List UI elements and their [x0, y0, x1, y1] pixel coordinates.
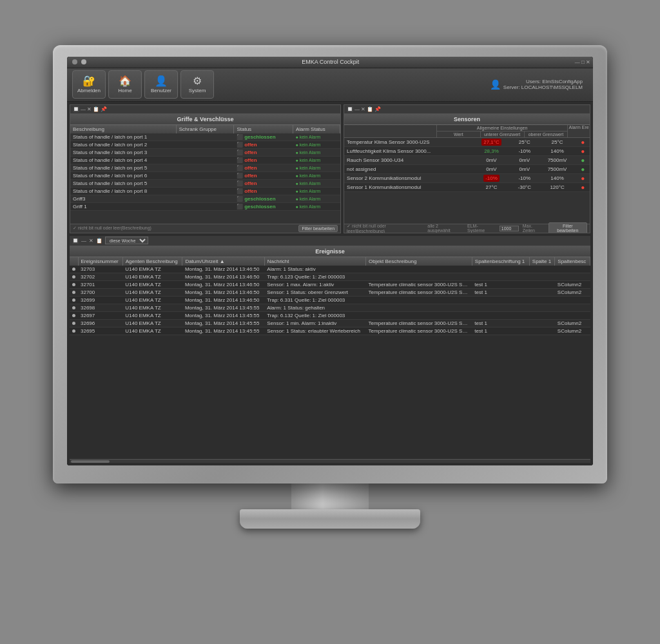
benutzer-button[interactable]: 👤 Benutzer — [144, 70, 178, 99]
griffe-toolbar-icon1[interactable]: 🔲 — [73, 106, 79, 112]
griffe-col-desc: Beschreibung — [70, 125, 176, 133]
sensoren-toolbar-icon2[interactable]: — — [354, 106, 360, 112]
events-col-nr: Ereignisnummer — [78, 257, 122, 266]
sensoren-cell-wert: 27°C — [472, 182, 510, 191]
sensoren-panel: 🔲 — ✕ 📋 📌 Sensoren Allgemeine Einstel — [344, 104, 590, 233]
griffe-toolbar-icon5[interactable]: 📌 — [101, 106, 107, 112]
sensoren-cell-oberer: 7500mV — [539, 164, 576, 173]
main-content: 🔲 — ✕ 📋 📌 Griffe & Verschlüsse — [67, 102, 593, 465]
griffe-toolbar-icon2[interactable]: — — [81, 106, 86, 112]
oberer-header: oberer Grenzwert — [525, 132, 568, 137]
griffe-panel: 🔲 — ✕ 📋 📌 Griffe & Verschlüsse — [70, 104, 341, 233]
griffe-toolbar-icon4[interactable]: 📋 — [93, 106, 99, 112]
sensoren-toolbar-icon1[interactable]: 🔲 — [347, 106, 353, 112]
events-scrollbar[interactable] — [70, 459, 590, 463]
events-cell-datum: Montag, 31. März 2014 13:46:50 — [182, 273, 264, 280]
griffe-row: Status of handle / latch on port 4 ⬛ off… — [70, 156, 340, 164]
griffe-filter-btn[interactable]: Filter bearbeiten — [298, 225, 338, 232]
sensoren-toolbar-icon3[interactable]: ✕ — [361, 106, 365, 112]
home-button[interactable]: 🏠 Home — [108, 70, 142, 99]
events-toolbar-icon3[interactable]: ✕ — [89, 238, 93, 244]
griffe-footer: ✓ nicht bit null oder leer(Beschreibung)… — [70, 224, 340, 233]
events-row[interactable]: 32695 U140 EMKA TZ Montag, 31. März 2014… — [70, 327, 590, 335]
griffe-cell-alarm: ● kein Alarm — [293, 133, 340, 141]
griffe-footer-text: ✓ nicht bit null oder leer(Beschreibung) — [73, 226, 151, 231]
griffe-cell-gruppe — [176, 179, 234, 187]
monitor-frame: EMKA Control Cockpit — □ ✕ 🔐 Abmelden 🏠 … — [53, 45, 607, 483]
events-row[interactable]: 32701 U140 EMKA TZ Montag, 31. März 2014… — [70, 280, 590, 288]
events-row[interactable]: 32697 U140 EMKA TZ Montag, 31. März 2014… — [70, 311, 590, 319]
system-button[interactable]: ⚙ System — [180, 70, 214, 99]
griffe-cell-alarm: ● kein Alarm — [293, 202, 340, 210]
sensoren-cell-unterer: 0mV — [510, 164, 539, 173]
sensoren-cell-alarm: ● — [576, 164, 590, 173]
events-toolbar-icon2[interactable]: — — [81, 238, 86, 244]
events-cell-agent: U140 EMKA TZ — [122, 311, 182, 319]
griffe-cell-gruppe — [176, 141, 234, 148]
server-name: Server: LOCALHOST\MSSQLELM — [503, 84, 583, 90]
griffe-panel-title: Griffe & Verschlüsse — [70, 114, 340, 125]
events-row[interactable]: 32696 U140 EMKA TZ Montag, 31. März 2014… — [70, 319, 590, 327]
sensoren-cell-wert: 28,3% — [472, 146, 510, 155]
max-zeilen-label: Max. Zeilen — [523, 224, 546, 233]
sensoren-cell-alarm: ● — [576, 146, 590, 155]
events-row[interactable]: 32702 U140 EMKA TZ Montag, 31. März 2014… — [70, 273, 590, 280]
sensoren-row: not assigned 0mV 0mV 7500mV ● — [344, 164, 590, 173]
griffe-row: Status of handle / latch on port 5 ⬛ off… — [70, 164, 340, 171]
sensoren-filter-btn[interactable]: Filter bearbeiten — [548, 222, 587, 233]
events-table-container: Ereignisnummer Agenten Beschreibung Datu… — [70, 257, 590, 459]
events-cell-indicator — [70, 280, 78, 288]
griffe-cell-alarm: ● kein Alarm — [293, 195, 340, 202]
events-col-indicator — [70, 257, 78, 266]
events-cell-objekt: Temperature climatic sensor 3000-U2S SCo… — [366, 288, 472, 296]
events-scrollbar-thumb — [71, 460, 110, 463]
events-cell-datum: Montag, 31. März 2014 13:46:50 — [182, 266, 264, 273]
system-label: System — [189, 88, 206, 93]
events-cell-s1 — [529, 311, 555, 319]
period-select[interactable]: diese Woche Zeitspanne — [105, 237, 148, 244]
griffe-cell-alarm: ● kein Alarm — [293, 156, 340, 164]
abmelden-button[interactable]: 🔐 Abmelden — [72, 70, 106, 99]
events-cell-nachricht: Trap: 6.132 Quelle: 1: Ziel 000003 — [264, 311, 365, 319]
sensoren-cell-oberer: 25°C — [539, 138, 576, 147]
screen-bezel: EMKA Control Cockpit — □ ✕ 🔐 Abmelden 🏠 … — [67, 57, 593, 465]
events-toolbar-icon1[interactable]: 🔲 — [72, 238, 79, 244]
griffe-cell-status: ⬛ offen — [234, 164, 293, 171]
sensoren-toolbar-icon4[interactable]: 📋 — [367, 106, 373, 112]
sensoren-toolbar-icon5[interactable]: 📌 — [374, 106, 381, 112]
events-cell-objekt — [366, 273, 472, 280]
sensoren-cell-unterer: -10% — [510, 173, 539, 182]
griffe-cell-desc: Status of handle / latch on port 1 — [70, 133, 176, 141]
events-cell-nachricht: Alarm: 1 Status: aktiv — [264, 266, 365, 273]
events-row[interactable]: 32703 U140 EMKA TZ Montag, 31. März 2014… — [70, 266, 590, 273]
griffe-row: Status of handle / latch on port 5 ⬛ off… — [70, 179, 340, 187]
sensoren-row: Sensor 2 Kommunikationsmodul -10% -10% 1… — [344, 173, 590, 182]
events-cell-s1 — [529, 327, 555, 335]
events-cell-nr: 32698 — [78, 304, 122, 311]
events-cell-objekt — [366, 296, 472, 304]
elm-value-input[interactable] — [500, 226, 519, 231]
griffe-cell-gruppe — [176, 133, 234, 141]
griffe-row: Griff 1 ⬛ geschlossen ● kein Alarm — [70, 202, 340, 210]
events-cell-agent: U140 EMKA TZ — [122, 280, 182, 288]
events-cell-indicator — [70, 288, 78, 296]
events-cell-spal1: test 1 — [472, 319, 529, 327]
events-row[interactable]: 32698 U140 EMKA TZ Montag, 31. März 2014… — [70, 304, 590, 311]
monitor-stand-neck — [291, 483, 369, 509]
events-col-s2: Spaltenbesc — [555, 257, 590, 266]
griffe-cell-desc: Griff3 — [70, 195, 176, 202]
events-col-spal1: Spaltenbeschriftung 1 — [472, 257, 529, 266]
griffe-cell-alarm: ● kein Alarm — [293, 179, 340, 187]
events-cell-objekt — [366, 311, 472, 319]
events-row[interactable]: 32699 U140 EMKA TZ Montag, 31. März 2014… — [70, 296, 590, 304]
events-cell-objekt: Temperature climatic sensor 3000-U2S SCo… — [366, 280, 472, 288]
griffe-cell-status: ⬛ offen — [234, 179, 293, 187]
events-cell-datum: Montag, 31. März 2014 13:45:55 — [182, 319, 264, 327]
events-col-agent: Agenten Beschreibung — [122, 257, 182, 266]
events-row[interactable]: 32700 U140 EMKA TZ Montag, 31. März 2014… — [70, 288, 590, 296]
griffe-cell-desc: Status of handle / latch on port 8 — [70, 187, 176, 195]
app-titlebar: EMKA Control Cockpit — □ ✕ — [67, 57, 593, 68]
sensoren-cell-alarm: ● — [576, 182, 590, 191]
events-toolbar-icon4[interactable]: 📋 — [96, 238, 102, 244]
griffe-toolbar-icon3[interactable]: ✕ — [87, 106, 92, 112]
